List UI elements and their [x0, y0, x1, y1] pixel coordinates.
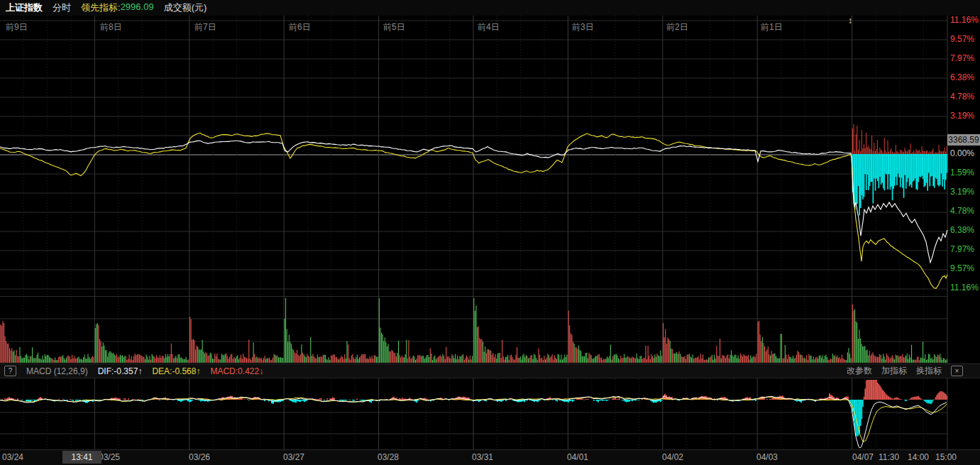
lead-indicator-label: 领先指标:	[81, 1, 121, 14]
dif-value: DIF:-0.357↑	[98, 366, 143, 376]
time-label: 04/01	[567, 452, 588, 462]
day-label: 前7日	[194, 21, 216, 33]
right-axis-label: 3.19%	[950, 187, 974, 197]
volume-bars-layer	[0, 298, 947, 363]
right-axis-label: 9.57%	[950, 263, 974, 273]
add-indicator-button[interactable]: 加指标	[881, 365, 907, 377]
top-bar: 上证指数 分时 领先指标: 2996.09 成交额(元)	[0, 0, 980, 16]
day-label: 前8日	[100, 21, 122, 33]
lead-indicator: 领先指标: 2996.09	[81, 1, 154, 14]
right-axis-label: 1.59%	[950, 168, 974, 177]
right-axis-label: 3.19%	[950, 111, 974, 121]
time-label: 11:30	[879, 452, 899, 462]
macd-legend: ? MACD (12,26,9) DIF:-0.357↑ DEA:-0.568↑…	[4, 366, 263, 376]
day-label: 前4日	[478, 21, 500, 33]
right-axis-label: 0.00%	[950, 148, 974, 158]
day-label: 前9日	[6, 21, 28, 33]
lead-indicator-value: 2996.09	[121, 1, 154, 14]
grid-layer	[0, 16, 947, 449]
time-label: 04/07	[852, 452, 874, 462]
change-params-button[interactable]: 改参数	[847, 365, 872, 377]
day-label: 前5日	[383, 21, 405, 33]
time-label: 14:00	[908, 452, 929, 462]
help-icon[interactable]: ?	[4, 366, 16, 376]
right-axis-label: 6.38%	[950, 225, 974, 235]
price-tag: 3368.59	[947, 134, 980, 146]
day-label: 前2日	[666, 21, 688, 33]
time-label: 04/02	[662, 452, 683, 462]
time-label: 15:00	[935, 452, 957, 462]
right-axis-label: 9.57%	[950, 34, 974, 44]
right-axis-label: 11.16%	[950, 283, 979, 292]
time-label: 04/03	[756, 452, 778, 462]
time-label: 03/24	[2, 452, 23, 462]
macd-actions: 改参数 加指标 换指标 ×	[847, 365, 963, 377]
time-label: 03/31	[472, 452, 493, 462]
close-icon[interactable]: ×	[951, 366, 963, 376]
app-root: 上证指数 分时 领先指标: 2996.09 成交额(元) ↕ ? MACD (1…	[0, 0, 980, 465]
turnover-label: 成交额(元)	[164, 1, 207, 14]
time-label: 03/27	[283, 452, 304, 462]
chart-canvas[interactable]	[0, 0, 980, 465]
time-label: 03/28	[378, 452, 399, 462]
macd-title: MACD (12,26,9)	[26, 366, 88, 376]
time-label: 03/26	[189, 452, 210, 462]
day-label: 前6日	[289, 21, 311, 33]
time-label: 03/25	[99, 452, 120, 462]
day-label: 前1日	[761, 21, 783, 33]
switch-indicator-button[interactable]: 换指标	[916, 365, 942, 377]
cursor-time-badge: 13:41	[62, 451, 101, 464]
pane-resize-handle-icon[interactable]: ↕	[848, 16, 852, 26]
right-axis-label: 4.78%	[950, 206, 974, 216]
chart-mode-tab[interactable]: 分时	[53, 1, 71, 14]
right-axis-label: 6.38%	[950, 72, 974, 82]
dea-value: DEA:-0.568↑	[152, 366, 200, 376]
macd-value: MACD:0.422↓	[210, 366, 263, 376]
macd-toolbar: ? MACD (12,26,9) DIF:-0.357↑ DEA:-0.568↑…	[0, 363, 980, 378]
right-axis-label: 7.97%	[950, 244, 974, 254]
right-axis-label: 11.16%	[950, 15, 979, 25]
right-axis-label: 7.97%	[950, 53, 974, 63]
day-label: 前3日	[572, 21, 594, 33]
right-axis-label: 4.78%	[950, 92, 974, 102]
index-name[interactable]: 上证指数	[6, 1, 43, 14]
